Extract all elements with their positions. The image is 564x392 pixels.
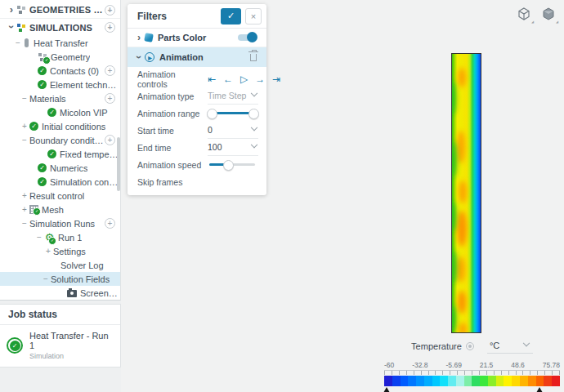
- add-button[interactable]: +: [105, 93, 115, 104]
- tree-indent: [7, 292, 57, 293]
- tree-item[interactable]: Settings +: [0, 244, 120, 258]
- tree-item-icon: [67, 290, 77, 297]
- app-window: Temperature °C -60-32.8-5.6921.548.675.7…: [0, 0, 564, 392]
- expander-toggle[interactable]: [34, 234, 44, 242]
- tree-item[interactable]: Element technology +: [0, 78, 120, 91]
- job-status-item[interactable]: Heat Transfer - Run 1 Simulation: [0, 325, 120, 367]
- expander-toggle[interactable]: [20, 136, 29, 145]
- add-button[interactable]: +: [105, 65, 115, 76]
- tree-item[interactable]: Boundary conditions +: [0, 133, 120, 147]
- chevron-down-icon[interactable]: [134, 51, 144, 63]
- tree-item[interactable]: Screenshot 1 +: [0, 286, 120, 300]
- expander-toggle[interactable]: [7, 6, 16, 15]
- chevron-right-icon[interactable]: [134, 32, 144, 43]
- result-contour-plot[interactable]: [451, 53, 481, 333]
- colorbar-segment: [496, 376, 504, 386]
- tree-item[interactable]: Simulation Runs +: [0, 216, 120, 230]
- tree-item[interactable]: SIMULATIONS +: [0, 19, 120, 36]
- expander-toggle[interactable]: [20, 122, 29, 131]
- tree-item-label: Element technology: [50, 80, 120, 90]
- play-icon[interactable]: ▷: [240, 74, 248, 84]
- expander-toggle[interactable]: [41, 275, 51, 283]
- colorbar-segment: [480, 376, 488, 386]
- confirm-button[interactable]: ✓: [221, 8, 241, 24]
- skip-to-end-icon[interactable]: ⇥: [272, 74, 280, 84]
- expander-toggle[interactable]: [13, 39, 23, 47]
- animation-range-slider[interactable]: [209, 112, 255, 114]
- view-cube-icon[interactable]: [517, 7, 531, 21]
- close-button[interactable]: ×: [245, 8, 262, 24]
- tree-item[interactable]: Numerics +: [0, 161, 120, 175]
- tree-item[interactable]: Result control +: [0, 189, 120, 203]
- tree-item[interactable]: Simulation control +: [0, 175, 120, 189]
- colorbar-segment: [401, 376, 409, 386]
- sidebar-scrollbar[interactable]: [117, 137, 120, 191]
- tree-item[interactable]: Heat Transfer +: [0, 36, 120, 50]
- tree-item-icon: [44, 232, 55, 243]
- viewer-toolbar: [517, 7, 556, 21]
- expander-toggle[interactable]: [43, 247, 53, 256]
- step-forward-icon[interactable]: →: [255, 74, 265, 84]
- parts-color-toggle[interactable]: [238, 34, 256, 41]
- unit-select[interactable]: °C: [487, 340, 533, 354]
- tree-indent: [7, 154, 38, 154]
- expander-toggle[interactable]: [20, 95, 29, 103]
- start-time-value: 0: [208, 125, 213, 135]
- add-button[interactable]: +: [105, 22, 115, 33]
- expander-toggle[interactable]: [7, 23, 16, 32]
- tree-item[interactable]: Solver Log +: [0, 258, 120, 272]
- animation-row[interactable]: Animation: [128, 47, 266, 67]
- expander-toggle[interactable]: [20, 206, 29, 214]
- tree-indent: [7, 56, 28, 57]
- colorbar-tick-label: -32.8: [412, 361, 427, 369]
- tree-indent: [7, 223, 20, 224]
- filters-title: Filters: [137, 11, 221, 22]
- tree-item-label: Contacts (0): [50, 66, 99, 76]
- colorbar-max-marker[interactable]: [536, 387, 543, 392]
- tree-item-label: Screenshot 1: [80, 288, 120, 298]
- tree-item[interactable]: Geometry +: [0, 50, 120, 64]
- tree-indent: [7, 84, 28, 85]
- tree-item[interactable]: Run 1 +: [0, 230, 120, 244]
- colorbar-min-marker[interactable]: [383, 387, 390, 392]
- animation-speed-slider[interactable]: [209, 163, 255, 166]
- tree-item[interactable]: Contacts (0) +: [0, 64, 120, 78]
- expander-toggle[interactable]: [20, 220, 29, 228]
- tree-item-icon: [38, 177, 47, 186]
- render-mode-icon[interactable]: [541, 7, 556, 21]
- tree-item[interactable]: Micolon VIP +: [0, 105, 120, 119]
- tree-item-icon: [16, 5, 26, 15]
- start-time-select[interactable]: 0: [208, 122, 258, 139]
- step-back-icon[interactable]: ←: [223, 74, 233, 84]
- tree-item-label: Run 1: [58, 233, 82, 243]
- sidebar: GEOMETRIES (1) + SIMULATIONS + Heat Tran…: [0, 0, 121, 392]
- trash-icon[interactable]: [250, 54, 257, 61]
- tree-item-label: Solver Log: [60, 261, 104, 270]
- end-time-select[interactable]: 100: [208, 139, 258, 156]
- tree-item[interactable]: Mesh +: [0, 203, 120, 216]
- tree-item[interactable]: GEOMETRIES (1) +: [0, 2, 120, 19]
- tree-item[interactable]: Initial conditions +: [0, 119, 120, 133]
- expander-toggle[interactable]: [20, 192, 29, 200]
- tree-item[interactable]: Materials +: [0, 91, 120, 105]
- parts-color-row[interactable]: Parts Color: [128, 29, 266, 47]
- tree-item[interactable]: Fixed temperature v... +: [0, 147, 120, 161]
- end-time-row: End time 100: [128, 139, 266, 156]
- tree-item[interactable]: Solution Fields +: [0, 272, 120, 286]
- skip-frames-label: Skip frames: [137, 177, 208, 187]
- legend-settings-icon[interactable]: [466, 342, 474, 350]
- skip-frames-value: [208, 173, 258, 190]
- add-button[interactable]: +: [105, 5, 115, 16]
- animation-controls-label: Animation controls: [137, 69, 208, 89]
- tree-item-label: Solution Fields: [51, 274, 110, 284]
- animation-type-value: Time Step: [208, 91, 246, 100]
- add-button[interactable]: +: [105, 218, 115, 229]
- animation-type-select[interactable]: Time Step: [208, 87, 258, 105]
- tree-indent: [7, 70, 28, 71]
- tree-indent: [7, 237, 34, 238]
- tree-item-icon: [29, 205, 38, 214]
- chevron-down-icon: [251, 90, 257, 96]
- animation-type-row: Animation type Time Step: [128, 87, 266, 105]
- add-button[interactable]: +: [105, 135, 115, 145]
- skip-to-start-icon[interactable]: ⇤: [208, 74, 216, 84]
